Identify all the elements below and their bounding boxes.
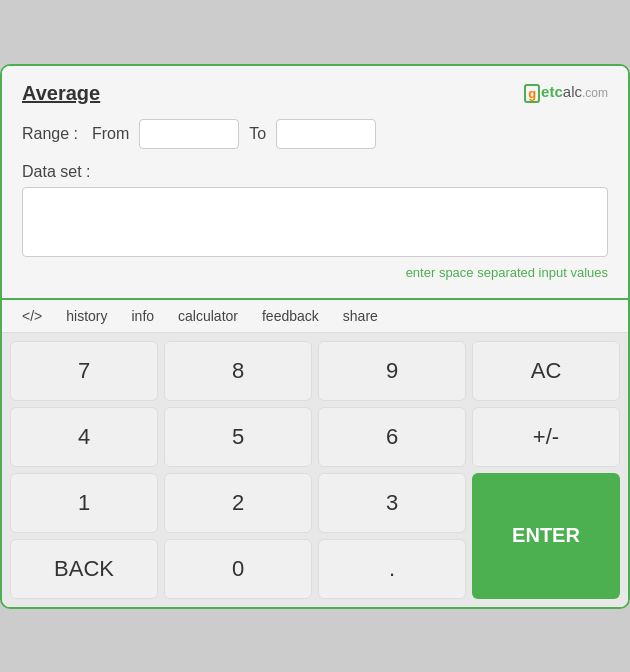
key-plus-minus[interactable]: +/- [472, 407, 620, 467]
toolbar-feedback[interactable]: feedback [262, 308, 319, 324]
toolbar-share[interactable]: share [343, 308, 378, 324]
key-back[interactable]: BACK [10, 539, 158, 599]
toolbar-info[interactable]: info [131, 308, 154, 324]
range-label: Range : [22, 125, 82, 143]
from-label: From [92, 125, 129, 143]
range-row: Range : From To [22, 119, 608, 149]
header-row: Average g etcalc.com [22, 82, 608, 105]
key-5[interactable]: 5 [164, 407, 312, 467]
key-0[interactable]: 0 [164, 539, 312, 599]
key-9[interactable]: 9 [318, 341, 466, 401]
range-from-input[interactable] [139, 119, 239, 149]
dataset-textarea[interactable] [22, 187, 608, 257]
toolbar-calculator[interactable]: calculator [178, 308, 238, 324]
calculator-wrapper: Average g etcalc.com Range : From To Dat… [0, 64, 630, 609]
logo: g etcalc.com [524, 83, 608, 103]
toolbar-history[interactable]: history [66, 308, 107, 324]
keypad: 7 8 9 AC 4 5 6 +/- 1 2 3 ENTER BACK 0 . [2, 333, 628, 607]
toolbar: </> history info calculator feedback sha… [2, 298, 628, 333]
key-ac[interactable]: AC [472, 341, 620, 401]
page-title: Average [22, 82, 100, 105]
key-7[interactable]: 7 [10, 341, 158, 401]
key-dot[interactable]: . [318, 539, 466, 599]
dataset-hint: enter space separated input values [22, 265, 608, 288]
toolbar-code[interactable]: </> [22, 308, 42, 324]
key-enter[interactable]: ENTER [472, 473, 620, 599]
dataset-label: Data set : [22, 163, 608, 181]
top-section: Average g etcalc.com Range : From To Dat… [2, 66, 628, 298]
range-to-input[interactable] [276, 119, 376, 149]
to-label: To [249, 125, 266, 143]
key-3[interactable]: 3 [318, 473, 466, 533]
key-1[interactable]: 1 [10, 473, 158, 533]
key-2[interactable]: 2 [164, 473, 312, 533]
key-8[interactable]: 8 [164, 341, 312, 401]
key-6[interactable]: 6 [318, 407, 466, 467]
key-4[interactable]: 4 [10, 407, 158, 467]
